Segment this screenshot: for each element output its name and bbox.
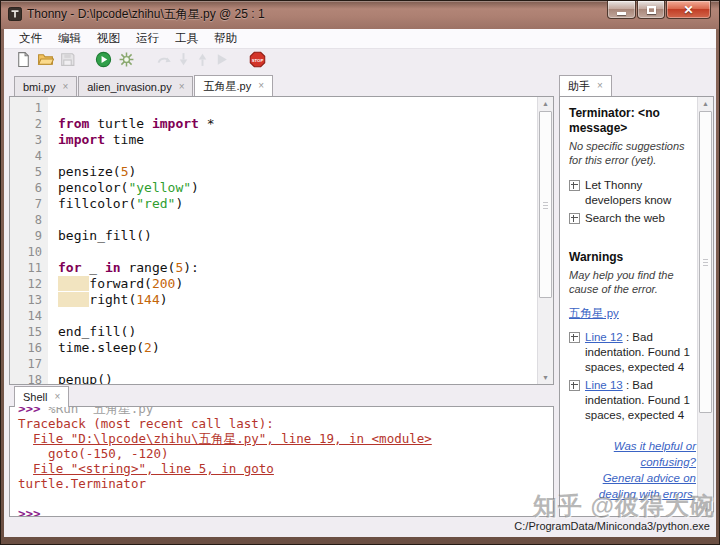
warning-line-link[interactable]: Line 13	[585, 379, 623, 391]
menu-item[interactable]: 工具	[167, 31, 206, 46]
traceback-link[interactable]: File "<string>", line 5, in goto	[33, 461, 274, 476]
open-file-button[interactable]	[36, 52, 54, 70]
tab-助手[interactable]: 助手×	[559, 75, 612, 96]
expand-icon[interactable]	[569, 332, 580, 343]
code-line	[58, 308, 537, 324]
line-number: 14	[10, 308, 42, 324]
assistant-scrollbar[interactable]: ▲ ▼	[697, 97, 713, 516]
code-line: end_fill()	[58, 324, 537, 340]
line-number-gutter: 123456789101112131415161718	[10, 97, 48, 384]
traceback-link[interactable]: File "D:\lpcode\zhihu\五角星.py", line 19, …	[33, 431, 432, 446]
step-into-icon	[175, 51, 192, 72]
shell-line: File "D:\lpcode\zhihu\五角星.py", line 19, …	[18, 431, 553, 446]
menu-item[interactable]: 视图	[89, 31, 128, 46]
warning-list: Line 12 : Bad indentation. Found 1 space…	[569, 330, 696, 423]
feedback-link[interactable]: Was it helpful or confusing?	[569, 438, 696, 470]
minimize-icon	[617, 12, 626, 15]
thonny-window: Thonny - D:\lpcode\zhihu\五角星.py @ 25 : 1…	[0, 0, 720, 545]
code-line	[58, 356, 537, 372]
run-button[interactable]	[94, 52, 112, 70]
shell-panel[interactable]: >>> %Run 五角星.pyTraceback (most recent ca…	[9, 406, 554, 517]
code-line	[58, 100, 537, 116]
assistant-tab-bar: 助手×	[559, 75, 613, 96]
resume-icon	[213, 51, 230, 72]
resume-button	[212, 52, 230, 70]
client-area: 文件编辑视图运行工具帮助 STOP bmi.py×alien_invasion.…	[4, 29, 716, 537]
line-number: 8	[10, 212, 42, 228]
status-bar: C:/ProgramData/Miniconda3/python.exe	[4, 515, 716, 537]
minimize-button[interactable]	[607, 1, 636, 19]
tab-五角星.py[interactable]: 五角星.py×	[194, 75, 273, 96]
shell-line: >>> %Run 五角星.py	[18, 406, 553, 416]
interpreter-path: C:/ProgramData/Miniconda3/python.exe	[514, 520, 710, 532]
tab-alien_invasion.py[interactable]: alien_invasion.py×	[78, 76, 193, 96]
editor-scrollbar[interactable]: ▲ ▼	[537, 97, 553, 384]
tab-Shell[interactable]: Shell×	[14, 386, 69, 407]
scroll-up-icon[interactable]: ▲	[538, 97, 553, 110]
expand-icon[interactable]	[569, 213, 580, 224]
line-number: 13	[10, 292, 42, 308]
indent-warning-highlight	[58, 292, 89, 307]
line-number: 3	[10, 132, 42, 148]
stop-button[interactable]: STOP	[248, 52, 266, 70]
code-line	[58, 148, 537, 164]
code-editor[interactable]: 123456789101112131415161718 from turtle …	[9, 96, 554, 385]
tab-close-icon[interactable]: ×	[597, 81, 603, 91]
warning-file-link[interactable]: 五角星.py	[569, 306, 619, 321]
code-area[interactable]: from turtle import *import time pensize(…	[48, 97, 537, 384]
menu-item[interactable]: 编辑	[50, 31, 89, 46]
tab-label: 助手	[568, 79, 590, 94]
step-into-button	[174, 52, 192, 70]
step-out-button	[193, 52, 211, 70]
shell-line: turtle.Terminator	[18, 476, 553, 491]
step-out-icon	[194, 51, 211, 72]
shell-line	[18, 491, 553, 506]
tab-label: bmi.py	[23, 81, 55, 93]
menu-bar: 文件编辑视图运行工具帮助	[4, 29, 716, 49]
title-bar[interactable]: Thonny - D:\lpcode\zhihu\五角星.py @ 25 : 1…	[1, 1, 719, 29]
line-number: 7	[10, 196, 42, 212]
close-button[interactable]: ✕	[666, 1, 711, 19]
line-number: 15	[10, 324, 42, 340]
debug-button[interactable]	[117, 52, 135, 70]
tab-bmi.py[interactable]: bmi.py×	[14, 76, 77, 96]
tab-close-icon[interactable]: ×	[258, 81, 264, 91]
scroll-down-icon[interactable]: ▼	[538, 371, 553, 384]
assistant-action[interactable]: Search the web	[569, 211, 696, 226]
expand-icon[interactable]	[569, 180, 580, 191]
menu-item[interactable]: 运行	[128, 31, 167, 46]
code-line: begin_fill()	[58, 228, 537, 244]
assistant-scrollbar-thumb[interactable]	[699, 111, 712, 413]
feedback-links: Was it helpful or confusing?General advi…	[569, 438, 696, 502]
warnings-title: Warnings	[569, 250, 696, 265]
code-line: fillcolor("red")	[58, 196, 537, 212]
window-title: Thonny - D:\lpcode\zhihu\五角星.py @ 25 : 1	[27, 1, 265, 29]
feedback-link[interactable]: General advice on dealing with errors.	[569, 470, 696, 502]
line-number: 18	[10, 372, 42, 385]
run-icon	[95, 51, 112, 72]
assistant-action[interactable]: Let Thonny developers know	[569, 178, 696, 208]
editor-scrollbar-thumb[interactable]	[539, 111, 552, 298]
warning-item: Line 13 : Bad indentation. Found 1 space…	[569, 378, 696, 423]
indent-warning-highlight	[58, 276, 89, 291]
action-label: Let Thonny developers know	[585, 178, 696, 208]
tab-close-icon[interactable]: ×	[54, 392, 60, 402]
warning-line-link[interactable]: Line 12	[585, 331, 623, 343]
scroll-up-icon[interactable]: ▲	[698, 97, 713, 110]
save-file-button	[58, 52, 76, 70]
menu-item[interactable]: 文件	[11, 31, 50, 46]
expand-icon[interactable]	[569, 380, 580, 391]
line-number: 4	[10, 148, 42, 164]
line-number: 1	[10, 100, 42, 116]
tab-close-icon[interactable]: ×	[179, 82, 185, 92]
code-line: import time	[58, 132, 537, 148]
tab-close-icon[interactable]: ×	[62, 82, 68, 92]
new-file-button[interactable]	[14, 52, 32, 70]
line-number: 9	[10, 228, 42, 244]
maximize-button[interactable]	[637, 1, 665, 19]
code-line	[58, 244, 537, 260]
menu-item[interactable]: 帮助	[206, 31, 245, 46]
code-line: from turtle import *	[58, 116, 537, 132]
tab-label: alien_invasion.py	[87, 81, 171, 93]
thonny-app-icon	[8, 7, 22, 21]
